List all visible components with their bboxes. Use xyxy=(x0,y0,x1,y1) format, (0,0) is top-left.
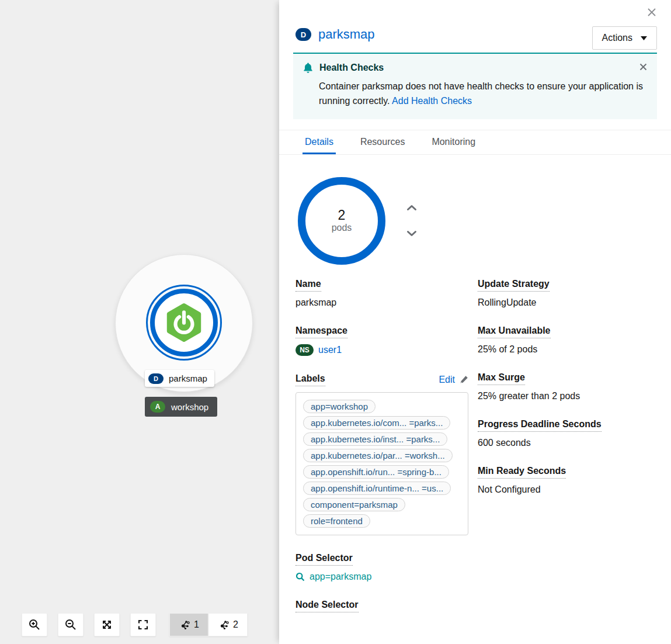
details-grid: Name parksmap Namespace NS user1 Labels … xyxy=(295,279,657,628)
pod-selector-link[interactable]: app=parksmap xyxy=(295,572,468,582)
field-label-pod-selector: Pod Selector xyxy=(295,553,353,566)
panel-tabs: Details Resources Monitoring xyxy=(279,130,671,155)
panel-close-button[interactable] xyxy=(645,6,658,19)
layout-graph-icon xyxy=(218,619,230,631)
field-label-min-ready: Min Ready Seconds xyxy=(478,466,566,479)
scale-up-button[interactable] xyxy=(404,202,419,214)
field-label-max-unavailable: Max Unavailable xyxy=(478,326,551,338)
label-chip[interactable]: app.kubernetes.io/inst... =parks... xyxy=(303,432,447,446)
alert-header: Health Checks xyxy=(303,62,648,74)
application-label-text: workshop xyxy=(171,402,208,412)
application-badge: A xyxy=(150,401,165,413)
field-node-selector: Node Selector xyxy=(295,600,468,612)
deployment-badge: D xyxy=(295,28,311,41)
labels-list: app=workshop app.kubernetes.io/com... =p… xyxy=(295,392,468,535)
field-namespace: Namespace NS user1 xyxy=(295,326,468,356)
bell-icon xyxy=(303,62,314,74)
field-max-surge: Max Surge 25% greater than 2 pods xyxy=(478,372,657,401)
actions-label: Actions xyxy=(602,33,632,43)
fit-to-screen-button[interactable] xyxy=(94,613,120,636)
field-value-min-ready: Not Configured xyxy=(478,484,657,495)
layout-graph-icon xyxy=(179,619,190,631)
deployment-node-parksmap[interactable] xyxy=(146,285,222,361)
field-min-ready: Min Ready Seconds Not Configured xyxy=(478,466,657,495)
alert-description-text: Container parksmap does not have health … xyxy=(319,81,643,106)
deployment-node-inner xyxy=(150,289,218,356)
field-label-labels: Labels xyxy=(295,373,325,386)
label-chip[interactable]: component=parksmap xyxy=(303,498,405,511)
search-icon xyxy=(295,572,305,581)
application-label-workshop[interactable]: A workshop xyxy=(145,397,217,417)
close-icon xyxy=(639,63,647,71)
field-value-max-surge: 25% greater than 2 pods xyxy=(478,391,657,401)
edit-labels-button[interactable]: Edit xyxy=(439,375,468,385)
field-label-name: Name xyxy=(295,279,321,292)
tab-resources[interactable]: Resources xyxy=(358,130,407,154)
zoom-out-icon xyxy=(64,618,77,631)
field-label-progress-deadline: Progress Deadline Seconds xyxy=(478,419,602,432)
actions-dropdown[interactable]: Actions xyxy=(592,26,657,50)
close-icon xyxy=(646,7,657,18)
field-value-update-strategy: RollingUpdate xyxy=(478,297,657,308)
field-name: Name parksmap xyxy=(295,279,468,308)
expand-icon xyxy=(137,618,150,631)
node-label-parksmap[interactable]: D parksmap xyxy=(145,370,214,387)
field-label-node-selector: Node Selector xyxy=(295,600,359,612)
label-chip[interactable]: app=workshop xyxy=(303,400,376,413)
tab-details[interactable]: Details xyxy=(303,130,336,154)
fit-to-screen-icon xyxy=(100,618,113,631)
reset-view-button[interactable] xyxy=(130,613,156,636)
label-chip[interactable]: role=frontend xyxy=(303,514,370,528)
pod-selector-text: app=parksmap xyxy=(310,572,371,582)
spring-boot-icon xyxy=(162,300,206,345)
details-right-column: Update Strategy RollingUpdate Max Unavai… xyxy=(478,279,657,628)
scale-down-button[interactable] xyxy=(404,228,419,240)
field-labels: Labels Edit app=workshop app.kubernetes.… xyxy=(295,373,468,535)
field-value-name: parksmap xyxy=(295,297,468,308)
pod-count-unit: pods xyxy=(332,223,352,233)
details-tab-content: 2 pods Name xyxy=(279,155,671,628)
field-pod-selector: Pod Selector app=parksmap xyxy=(295,553,468,582)
pencil-icon xyxy=(460,375,468,384)
alert-title: Health Checks xyxy=(319,63,384,73)
details-side-panel: D parksmap Actions Health Checks xyxy=(279,0,671,644)
field-label-namespace: Namespace xyxy=(295,326,347,338)
field-value-max-unavailable: 25% of 2 pods xyxy=(478,344,657,355)
alert-close-button[interactable] xyxy=(637,61,649,72)
field-label-max-surge: Max Surge xyxy=(478,372,525,385)
namespace-link[interactable]: user1 xyxy=(318,345,342,355)
caret-down-icon xyxy=(641,36,647,40)
pod-scale-controls xyxy=(404,202,419,240)
details-left-column: Name parksmap Namespace NS user1 Labels … xyxy=(295,279,468,628)
label-chip[interactable]: app.kubernetes.io/par... =worksh... xyxy=(303,449,453,462)
field-label-update-strategy: Update Strategy xyxy=(478,279,550,292)
panel-header: D parksmap Actions xyxy=(279,0,671,53)
label-chip[interactable]: app.openshift.io/run... =spring-b... xyxy=(303,465,449,479)
chevron-up-icon xyxy=(406,205,417,211)
layout-1-count: 1 xyxy=(194,619,199,630)
field-value-progress-deadline: 600 seconds xyxy=(478,438,657,448)
node-label-text: parksmap xyxy=(169,373,207,383)
topology-controls: 1 2 xyxy=(22,613,248,636)
namespace-badge: NS xyxy=(295,344,314,356)
tab-monitoring[interactable]: Monitoring xyxy=(429,130,478,154)
layout-2-count: 2 xyxy=(233,619,238,630)
zoom-out-button[interactable] xyxy=(58,613,84,636)
pod-count-donut: 2 pods xyxy=(298,177,385,265)
alert-description: Container parksmap does not have health … xyxy=(319,79,645,109)
layout-1-button[interactable]: 1 xyxy=(169,613,208,636)
pod-count: 2 xyxy=(338,208,346,223)
resource-title-link[interactable]: parksmap xyxy=(318,27,375,42)
field-update-strategy: Update Strategy RollingUpdate xyxy=(478,279,657,308)
label-chip[interactable]: app.openshift.io/runtime-n... =us... xyxy=(303,482,451,495)
pod-donut-section: 2 pods xyxy=(298,177,657,265)
zoom-in-button[interactable] xyxy=(22,613,47,636)
layout-switcher: 1 2 xyxy=(169,613,248,636)
label-chip[interactable]: app.kubernetes.io/com... =parks... xyxy=(303,416,450,430)
health-checks-alert: Health Checks Container parksmap does no… xyxy=(293,53,657,119)
add-health-checks-link[interactable]: Add Health Checks xyxy=(392,96,472,106)
zoom-in-icon xyxy=(28,618,41,631)
field-max-unavailable: Max Unavailable 25% of 2 pods xyxy=(478,326,657,355)
layout-2-button[interactable]: 2 xyxy=(208,613,248,636)
field-progress-deadline: Progress Deadline Seconds 600 seconds xyxy=(478,419,657,448)
